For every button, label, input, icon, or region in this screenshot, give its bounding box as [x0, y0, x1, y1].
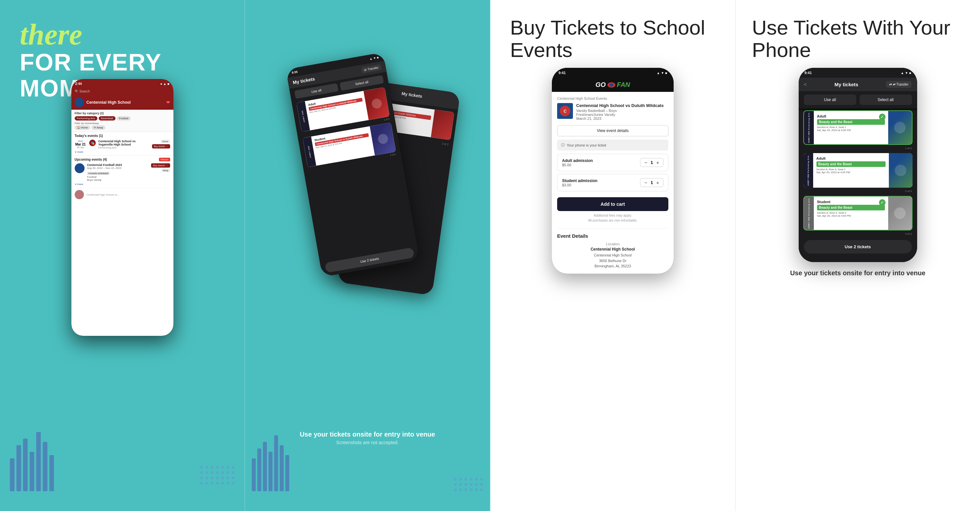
- phone-mockup-1: 2:44 ● ▲ ■ 🔍 Search Centennial High Scho…: [72, 79, 173, 336]
- panel4-ticket2-datetime: Sat, Apr 20, 2023 at 4:00 PM: [816, 171, 886, 174]
- phone1-season-sport: Football: [87, 176, 148, 179]
- panel4-select-all-btn[interactable]: Select all: [859, 94, 912, 105]
- panel4-ticket-1[interactable]: ADMIT ONE Performing Arts Adult Beauty a…: [803, 110, 913, 145]
- panel4-use-all-btn[interactable]: Use all: [804, 94, 856, 105]
- panel3-student-qty-plus[interactable]: +: [656, 180, 659, 185]
- panel4-ticket3-event: Beauty and the Beast: [817, 205, 885, 211]
- phone1-filter-basketball[interactable]: Basketball: [99, 116, 116, 120]
- svg-rect-4: [36, 432, 41, 491]
- panel4-ticket3-type: Student: [817, 200, 885, 204]
- panel3-phone-container: 9:41 ▲ ▼ ■ GO FAN Centennial High School…: [490, 68, 735, 274]
- svg-rect-10: [269, 452, 272, 491]
- panel4-ticket2-event: Beauty and the Beast: [816, 161, 886, 167]
- panel2-transfer-btn[interactable]: ⇄ Transfer: [361, 64, 381, 73]
- panel4-ticket3-checkmark: ✓: [879, 199, 886, 206]
- deco-dots-p2: [454, 478, 483, 491]
- panel4-title: Use Tickets With Your Phone: [752, 16, 964, 61]
- panel-buy-tickets: Buy Tickets to School Events 9:41 ▲ ▼ ■ …: [490, 0, 735, 511]
- phone1-all-day: All day: [75, 146, 86, 149]
- panel3-student-label: Student admission: [562, 179, 640, 183]
- panel2-my-tickets: My tickets: [292, 76, 315, 85]
- panel4-ticket-2[interactable]: ADMIT ONE Performing Arts Adult Beauty a…: [803, 153, 913, 188]
- phone1-filter-performing[interactable]: Performing Arts: [75, 116, 97, 120]
- panel4-phone-container: 9:41 ▲ ▼ ■ < My tickets ⇄⇄ Transfer Use …: [735, 68, 980, 262]
- phone1-school: Centennial High School: [86, 100, 131, 105]
- panel3-add-to-cart-btn[interactable]: Add to cart: [557, 197, 668, 211]
- phone1-event-type: Performing Arts: [99, 146, 150, 149]
- phone1-filter-away-chip[interactable]: ✈ Away: [91, 125, 105, 130]
- panel3-event-info-row: C Centennial High School vs Duluth Wildc…: [557, 103, 668, 120]
- phone1-event-date: Mar 21: [75, 142, 86, 146]
- phone1-more-link[interactable]: ∨ more: [75, 150, 170, 153]
- phone1-filter-home-chip[interactable]: 🏠 Home: [75, 125, 91, 130]
- panel4-ticket3-seat: Section A, Row 4, Seat 3: [817, 211, 885, 214]
- svg-rect-2: [23, 439, 28, 491]
- school-logo-icon: C: [559, 105, 571, 117]
- svg-rect-12: [280, 445, 284, 491]
- panel3-event-level: Freshman/Junior Varsity: [576, 113, 664, 117]
- deco-dots-right: [200, 466, 235, 485]
- panel4-header: Use Tickets With Your Phone: [735, 0, 980, 68]
- svg-rect-0: [10, 458, 14, 491]
- panel3-adult-label: Adult admission: [562, 158, 640, 163]
- panel3-adult-price: $5.00: [562, 163, 640, 167]
- phone1-season-name: Centennial Football 2023: [87, 163, 148, 167]
- panel4-use-tickets-btn[interactable]: Use 2 tickets: [804, 240, 912, 254]
- panel3-event-date: March 21, 2023: [576, 117, 664, 120]
- panel3-adult-qty: 1: [651, 160, 653, 165]
- svg-rect-13: [285, 455, 289, 491]
- panel-use-tickets: Use Tickets With Your Phone 9:41 ▲ ▼ ■ <…: [735, 0, 980, 511]
- panel3-school-events-label: Centennial High School Events: [557, 96, 668, 101]
- panel3-school-logo: C: [557, 103, 573, 119]
- panel3-location-label: Location: [557, 242, 668, 246]
- phone1-event-name: Centennial High School vs Yoganville Hig…: [99, 140, 150, 146]
- panel4-ticket2-seat: Section A, Row 4, Seat 2: [816, 168, 886, 171]
- panel3-event-title: Centennial High School vs Duluth Wildcat…: [576, 103, 664, 108]
- panel3-adult-qty-plus[interactable]: +: [656, 160, 659, 165]
- panel4-ticket1-type: Adult: [817, 114, 885, 118]
- svg-rect-7: [252, 458, 256, 491]
- panel3-view-event-btn[interactable]: View event details: [557, 125, 668, 136]
- phone1-season-scheduled: 4 events scheduled: [87, 172, 110, 175]
- panel3-student-price: $3.00: [562, 183, 640, 187]
- phone1-buy-season-btn[interactable]: Buy season →: [151, 163, 170, 168]
- panel4-transfer-btn[interactable]: ⇄⇄ Transfer: [886, 81, 912, 88]
- phone1-todays-events: Today's events (1): [75, 134, 170, 137]
- phone1-away-badge: Away: [161, 169, 170, 172]
- phone1-more-link2[interactable]: ∨ more: [75, 183, 170, 186]
- panel4-ticket1-checkmark: ✓: [879, 113, 886, 120]
- panel4-ticket1-event: Beauty and the Beast: [817, 119, 885, 125]
- panel3-adult-qty-minus[interactable]: −: [644, 160, 647, 165]
- panel2-bottom-text: Use your tickets onsite for entry into v…: [245, 430, 490, 445]
- panel4-ticket2-counter: 2 of 3: [799, 190, 917, 194]
- panel2-time: 8:55: [291, 70, 298, 74]
- gofan-eagle-icon: [606, 81, 616, 88]
- phone1-buy-tickets-btn[interactable]: Buy tickets →: [152, 144, 170, 149]
- panel3-student-qty: 1: [651, 180, 653, 185]
- panel-hero: there FOR EVERY MOMENT 2:44 ● ▲ ■ 🔍 Sear…: [0, 0, 245, 511]
- phone1-filter-football[interactable]: Football: [117, 116, 130, 120]
- hero-there: there: [20, 20, 245, 50]
- panel3-time: 9:41: [558, 71, 566, 75]
- svg-rect-5: [43, 442, 48, 491]
- panel3-event-details-title: Event Details: [557, 233, 668, 239]
- phone1-home-badge: Home: [161, 140, 170, 143]
- panel4-bottom-text: Use your tickets onsite for entry into v…: [735, 262, 980, 284]
- panel3-student-qty-minus[interactable]: −: [644, 180, 647, 185]
- panel4-my-tickets-title: My tickets: [835, 81, 859, 87]
- panel3-title: Buy Tickets to School Events: [510, 16, 716, 61]
- panel3-student-admission-row: Student admission $3.00 − 1 +: [557, 174, 668, 191]
- phone1-filter-label: Filter by category (2): [75, 112, 170, 115]
- panel3-fees-note: Additional fees may apply. All purchases…: [557, 213, 668, 223]
- panel3-location-address: Centennial High School 3650 Bethune Dr B…: [557, 252, 668, 269]
- phone1-upcoming-label: Upcoming events (4): [75, 158, 107, 161]
- panel4-time: 9:41: [805, 71, 812, 75]
- panel4-ticket3-datetime: Sat, Apr 20, 2023 at 4:00 PM: [817, 214, 885, 217]
- panel4-ticket-3[interactable]: ADMIT ONE Performing Arts Student Beauty…: [803, 196, 913, 230]
- svg-rect-9: [263, 442, 267, 491]
- svg-rect-3: [30, 452, 34, 491]
- svg-rect-1: [16, 445, 21, 491]
- panel4-ticket2-type: Adult: [816, 156, 886, 160]
- panel3-event-subtitle: Varsity Basketball – Boys: [576, 109, 664, 113]
- panel4-back-btn[interactable]: <: [804, 81, 807, 88]
